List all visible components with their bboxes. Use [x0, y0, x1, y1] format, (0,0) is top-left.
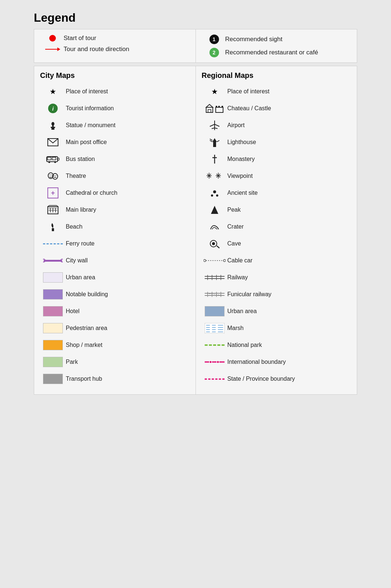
reg-viewpoint-icon — [202, 171, 227, 181]
reg-viewpoint-label: Viewpoint — [227, 173, 351, 179]
reg-crater-icon — [202, 223, 227, 231]
city-bus-label: Bus station — [66, 156, 190, 162]
city-wall-icon — [40, 258, 66, 263]
svg-point-2 — [51, 122, 54, 126]
city-beach: Beach — [40, 220, 190, 233]
svg-point-53 — [211, 194, 213, 197]
city-urban-area: Urban area — [40, 271, 190, 284]
city-hotel-label: Hotel — [66, 308, 190, 315]
city-theatre: Theatre — [40, 169, 190, 183]
svg-point-52 — [213, 190, 216, 193]
legend-page: Legend Start of tour Tour and route dire… — [30, 7, 361, 398]
city-cathedral-label: Cathedral or church — [66, 190, 190, 196]
city-urban-swatch — [40, 272, 66, 283]
svg-rect-34 — [216, 106, 217, 108]
svg-point-16 — [55, 175, 56, 176]
reg-marsh-label: Marsh — [227, 325, 351, 331]
city-notable-label: Notable building — [66, 291, 190, 298]
svg-rect-36 — [222, 106, 223, 108]
reg-chateau-icon — [202, 104, 227, 113]
reg-cave-icon — [202, 239, 227, 249]
reg-viewpoint: Viewpoint — [202, 169, 351, 183]
city-park: Park — [40, 355, 190, 369]
svg-point-59 — [204, 259, 206, 262]
city-tourist-info: i Tourist information — [40, 102, 190, 115]
city-bus-station: Bus station — [40, 153, 190, 166]
city-wall: City wall — [40, 254, 190, 267]
svg-rect-37 — [213, 142, 216, 147]
reg-lighthouse-label: Lighthouse — [227, 139, 351, 146]
top-section: Start of tour Tour and route direction 1… — [34, 29, 357, 63]
reg-intl-boundary-icon — [202, 361, 227, 363]
reg-urban-swatch — [202, 306, 227, 316]
reg-national-park-label: National park — [227, 342, 351, 348]
recommended-restaurant-row: 2 Recommended restaurant or café — [203, 48, 350, 57]
svg-marker-31 — [206, 104, 213, 107]
city-theatre-icon — [40, 171, 66, 181]
city-hotel: Hotel — [40, 305, 190, 318]
start-of-tour-row: Start of tour — [42, 35, 188, 42]
black-circle-1-icon: 1 — [203, 35, 225, 44]
reg-cable-car: Cable car — [202, 254, 351, 267]
svg-point-9 — [54, 161, 56, 163]
reg-lighthouse: Lighthouse — [202, 136, 351, 149]
city-post-office: Main post office — [40, 136, 190, 149]
city-shop-swatch — [40, 340, 66, 350]
reg-airport-icon — [202, 120, 227, 131]
city-ferry: Ferry route — [40, 237, 190, 250]
regional-maps-title: Regional Maps — [202, 71, 351, 80]
city-maps-col: City Maps ★ Place of interest i Tourist … — [34, 66, 196, 395]
reg-state-boundary: State / Province boundary — [202, 372, 351, 386]
city-hotel-swatch — [40, 306, 66, 316]
city-place-label: Place of interest — [66, 88, 190, 95]
reg-airport-label: Airport — [227, 122, 351, 129]
city-statue: Statue / monument — [40, 119, 190, 132]
svg-point-57 — [212, 242, 215, 245]
city-beach-label: Beach — [66, 223, 190, 230]
city-envelope-icon — [40, 138, 66, 146]
city-place-of-interest: ★ Place of interest — [40, 85, 190, 98]
city-park-label: Park — [66, 359, 190, 365]
reg-urban-area: Urban area — [202, 305, 351, 318]
reg-state-boundary-label: State / Province boundary — [227, 376, 351, 382]
reg-lighthouse-icon — [202, 137, 227, 148]
city-ferry-icon — [40, 243, 66, 244]
svg-point-15 — [54, 175, 55, 176]
city-star-icon: ★ — [40, 87, 66, 96]
top-right: 1 Recommended sight 2 Recommended restau… — [196, 29, 357, 62]
city-maps-title: City Maps — [40, 71, 190, 80]
reg-peak-icon — [202, 205, 227, 215]
svg-rect-33 — [216, 107, 223, 112]
city-shop-label: Shop / market — [66, 342, 190, 348]
reg-marsh: Marsh — [202, 322, 351, 335]
city-notable-building: Notable building — [40, 288, 190, 301]
city-bus-icon — [40, 155, 66, 163]
reg-intl-boundary: International boundary — [202, 355, 351, 369]
red-dot-icon — [42, 35, 64, 42]
svg-point-13 — [51, 175, 52, 175]
city-library: Main library — [40, 203, 190, 216]
reg-cable-car-label: Cable car — [227, 257, 351, 264]
city-theatre-label: Theatre — [66, 173, 190, 179]
reg-monastery: Monastery — [202, 153, 351, 166]
reg-place-of-interest: ★ Place of interest — [202, 85, 351, 98]
reg-urban-label: Urban area — [227, 308, 351, 315]
reg-chateau: Chateau / Castle — [202, 102, 351, 115]
svg-point-61 — [223, 259, 226, 262]
svg-line-58 — [217, 246, 219, 248]
city-transport-hub: Transport hub — [40, 372, 190, 386]
reg-ancient-icon — [202, 188, 227, 198]
reg-place-label: Place of interest — [227, 88, 351, 95]
reg-cable-car-icon — [202, 258, 227, 263]
reg-star-icon: ★ — [202, 87, 227, 96]
tour-direction-label: Tour and route direction — [64, 46, 188, 53]
reg-cave-label: Cave — [227, 240, 351, 247]
reg-national-park: National park — [202, 338, 351, 352]
reg-funicular-icon — [202, 292, 227, 297]
city-transport-label: Transport hub — [66, 376, 190, 382]
city-shop: Shop / market — [40, 338, 190, 352]
reg-state-boundary-icon — [202, 379, 227, 380]
reg-national-park-icon — [202, 344, 227, 346]
svg-rect-27 — [44, 260, 62, 262]
reg-railway: Railway — [202, 271, 351, 284]
